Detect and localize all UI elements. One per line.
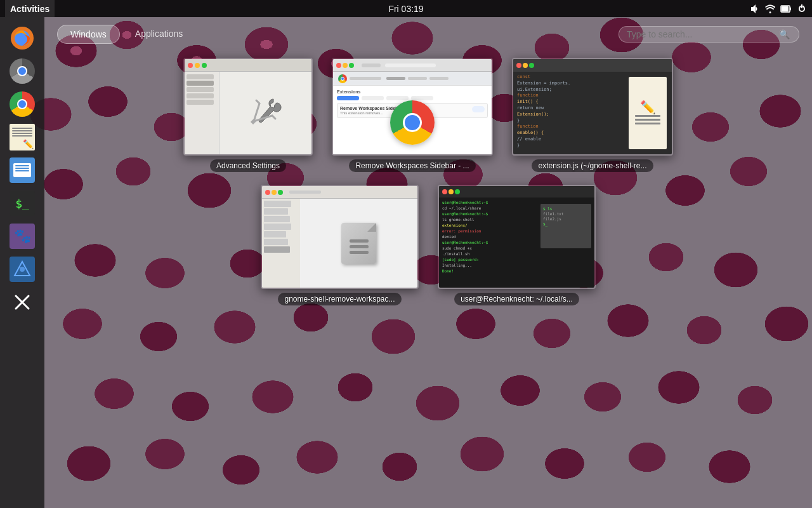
window-preview-advanced-settings <box>183 58 313 156</box>
window-title-remove-workspaces: Remove Workspaces Sidebar - ... <box>349 159 475 172</box>
search-input[interactable] <box>627 29 779 39</box>
window-preview-file-manager <box>261 185 419 289</box>
window-row-2: gnome-shell-remove-workspac... <box>261 185 596 305</box>
volume-icon[interactable] <box>750 4 760 14</box>
overview: $_ 🐾 <box>0 17 812 508</box>
activities-button[interactable]: Activities <box>5 0 55 17</box>
clock: Fri 03:19 <box>388 4 423 14</box>
window-advanced-settings[interactable]: Advanced Settings <box>183 58 313 172</box>
window-title-advanced-settings: Advanced Settings <box>210 159 286 172</box>
window-remove-workspaces[interactable]: Extensions <box>332 58 493 172</box>
dock-item-system-tools[interactable] <box>8 288 37 317</box>
window-preview-extjs: const Extension = imports. ui.Extension;… <box>512 58 673 156</box>
battery-icon[interactable] <box>780 4 792 14</box>
window-row-1: Advanced Settings <box>183 58 673 172</box>
overview-main: Windows Applications 🔍 <box>44 17 812 508</box>
svg-rect-1 <box>790 7 791 10</box>
window-title-gnome-shell-remove: gnome-shell-remove-workspac... <box>278 293 401 305</box>
tab-applications[interactable]: Applications <box>122 25 196 44</box>
window-extension-js[interactable]: const Extension = imports. ui.Extension;… <box>512 58 673 172</box>
dock-item-files[interactable] <box>8 156 37 185</box>
window-gnome-shell-remove[interactable]: gnome-shell-remove-workspac... <box>261 185 419 305</box>
window-preview-chrome-ext: Extensions <box>332 58 493 156</box>
tabs: Windows Applications <box>57 25 195 44</box>
window-title-user-terminal: user@Rechenknecht: ~/.local/s... <box>454 293 579 305</box>
top-bar-right <box>750 4 807 14</box>
search-box[interactable]: 🔍 <box>619 26 799 43</box>
window-user-terminal[interactable]: user@Rechenknecht:~$ cd ~/.local/share u… <box>438 185 596 305</box>
dock-item-gedit[interactable] <box>8 123 37 152</box>
top-bar-left: Activities <box>5 0 55 17</box>
svg-point-5 <box>20 267 25 272</box>
dock-item-terminal[interactable]: $_ <box>8 189 37 218</box>
dock-item-chrome-dev[interactable] <box>8 57 37 86</box>
window-title-extension-js: extension.js (~/gnome-shell-re... <box>532 159 653 172</box>
tab-windows[interactable]: Windows <box>57 25 120 44</box>
window-grid: Advanced Settings <box>44 51 812 508</box>
wifi-icon[interactable] <box>765 4 775 14</box>
window-preview-terminal: user@Rechenknecht:~$ cd ~/.local/share u… <box>438 185 596 289</box>
search-icon: 🔍 <box>779 29 790 39</box>
dock: $_ 🐾 <box>0 17 44 508</box>
dock-item-firefox[interactable] <box>8 23 37 53</box>
power-icon[interactable] <box>797 4 807 14</box>
dock-item-gimp[interactable]: 🐾 <box>8 222 37 251</box>
dock-item-chrome[interactable] <box>8 90 37 119</box>
dock-item-inkscape[interactable] <box>8 255 37 284</box>
top-bar: Activities Fri 03:19 <box>0 0 812 17</box>
tab-bar: Windows Applications 🔍 <box>44 17 812 51</box>
svg-rect-2 <box>782 6 789 11</box>
